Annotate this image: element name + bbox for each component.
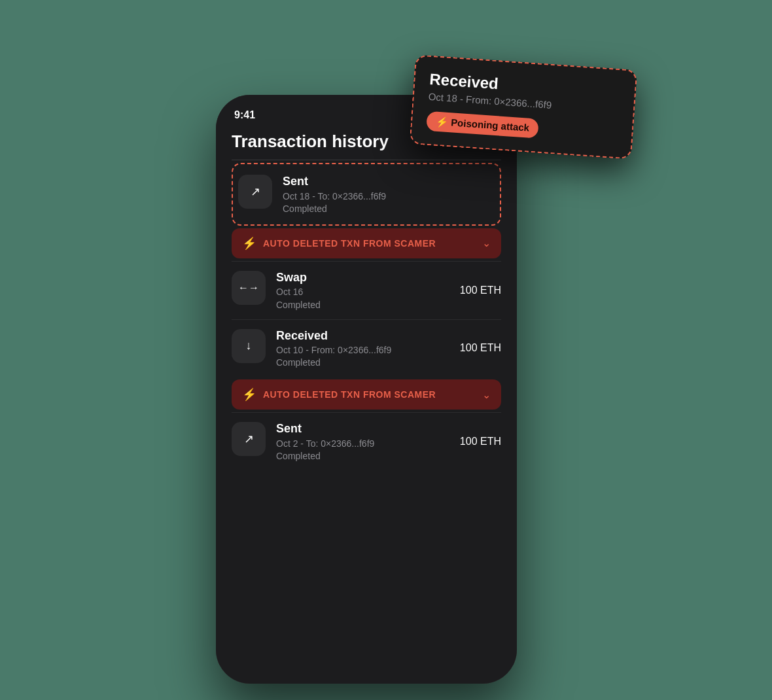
tx-sent-icon: ↗ bbox=[238, 175, 272, 209]
phone-screen: 9:41 📶 Transaction history bbox=[216, 95, 517, 684]
tx-received-name: Received bbox=[276, 329, 449, 343]
scam-bolt-icon-1: ⚡ bbox=[242, 236, 256, 251]
download-arrow-icon: ↓ bbox=[246, 339, 252, 353]
tx-received-amount: 100 ETH bbox=[460, 342, 501, 354]
tooltip-card: Received Oct 18 - From: 0×2366...f6f9 ⚡ … bbox=[410, 54, 638, 159]
tx-sent-name: Sent bbox=[283, 175, 495, 189]
tx-received-icon: ↓ bbox=[232, 329, 266, 363]
tx-sent-status: Completed bbox=[283, 203, 495, 214]
tx-swap-amount: 100 ETH bbox=[460, 285, 501, 296]
scam-banner-2-left: ⚡ AUTO DELETED TXN FROM SCAMER bbox=[242, 387, 436, 402]
tx-swap-icon: ←→ bbox=[232, 271, 266, 305]
sent-tx-highlighted[interactable]: ↗ Sent Oct 18 - To: 0×2366...f6f9 Comple… bbox=[232, 163, 501, 226]
scam-chevron-icon-1[interactable]: ⌄ bbox=[482, 237, 491, 249]
scam-text-2: AUTO DELETED TXN FROM SCAMER bbox=[263, 389, 436, 400]
tx-item-sent[interactable]: ↗ Sent Oct 18 - To: 0×2366...f6f9 Comple… bbox=[238, 166, 495, 223]
swap-arrows-icon: ←→ bbox=[238, 282, 259, 294]
tx-item-sent2[interactable]: ↗ Sent Oct 2 - To: 0×2366...f6f9 Complet… bbox=[232, 413, 501, 470]
tx-sent-subtitle: Oct 18 - To: 0×2366...f6f9 bbox=[283, 190, 495, 202]
tx-sent-details: Sent Oct 18 - To: 0×2366...f6f9 Complete… bbox=[283, 175, 495, 214]
tx-received-status: Completed bbox=[276, 357, 449, 368]
tx-sent2-subtitle: Oct 2 - To: 0×2366...f6f9 bbox=[276, 438, 449, 449]
up-arrow-icon: ↗ bbox=[251, 184, 260, 199]
tx-sent2-icon: ↗ bbox=[232, 422, 266, 456]
tx-received-details: Received Oct 10 - From: 0×2366...f6f9 Co… bbox=[276, 329, 449, 368]
tx-sent2-details: Sent Oct 2 - To: 0×2366...f6f9 Completed bbox=[276, 422, 449, 461]
tx-received-subtitle: Oct 10 - From: 0×2366...f6f9 bbox=[276, 344, 449, 356]
scam-bolt-icon-2: ⚡ bbox=[242, 387, 256, 402]
tx-sent2-amount: 100 ETH bbox=[460, 436, 501, 447]
tx-item-received[interactable]: ↓ Received Oct 10 - From: 0×2366...f6f9 … bbox=[232, 320, 501, 377]
tx-swap-details: Swap Oct 16 Completed bbox=[276, 271, 449, 310]
up-arrow2-icon: ↗ bbox=[244, 432, 254, 446]
tx-sent2-status: Completed bbox=[276, 451, 449, 461]
tooltip-badge-text: ⚡ Poisoning attack bbox=[435, 116, 529, 134]
scam-chevron-icon-2[interactable]: ⌄ bbox=[482, 389, 491, 401]
scene: Received Oct 18 - From: 0×2366...f6f9 ⚡ … bbox=[216, 56, 556, 644]
phone: 9:41 📶 Transaction history bbox=[216, 95, 517, 684]
tx-sent2-name: Sent bbox=[276, 422, 449, 436]
status-time: 9:41 bbox=[234, 109, 255, 121]
tx-swap-subtitle: Oct 16 bbox=[276, 286, 449, 298]
title-divider bbox=[232, 160, 501, 160]
scam-banner-1[interactable]: ⚡ AUTO DELETED TXN FROM SCAMER ⌄ bbox=[232, 228, 501, 258]
scam-banner-left: ⚡ AUTO DELETED TXN FROM SCAMER bbox=[242, 236, 436, 251]
tx-swap-name: Swap bbox=[276, 271, 449, 285]
scam-banner-2[interactable]: ⚡ AUTO DELETED TXN FROM SCAMER ⌄ bbox=[232, 379, 501, 410]
tx-swap-status: Completed bbox=[276, 300, 449, 310]
tooltip-badge: ⚡ Poisoning attack bbox=[426, 111, 539, 139]
content-area: Transaction history ↗ Sent Oct 18 - To: … bbox=[216, 126, 517, 470]
scam-text-1: AUTO DELETED TXN FROM SCAMER bbox=[263, 238, 436, 249]
tx-item-swap[interactable]: ←→ Swap Oct 16 Completed 100 ETH bbox=[232, 262, 501, 319]
